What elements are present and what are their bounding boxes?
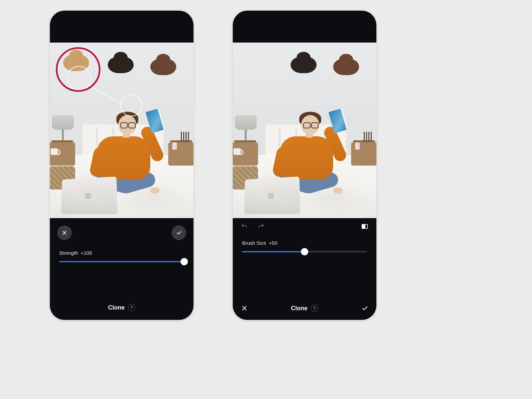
slider-fill bbox=[59, 261, 184, 262]
strength-slider[interactable]: Strength +100 bbox=[59, 250, 184, 262]
mug bbox=[51, 148, 58, 155]
close-icon bbox=[62, 230, 67, 236]
redo-button[interactable] bbox=[257, 223, 265, 230]
svg-rect-1 bbox=[365, 224, 367, 229]
editor-footer: Strength +100 Clone ? bbox=[50, 218, 194, 320]
confirm-button[interactable] bbox=[172, 225, 186, 240]
tool-name-label: Clone bbox=[291, 305, 308, 312]
redo-icon bbox=[257, 223, 265, 230]
hat-dark bbox=[108, 57, 134, 73]
slider-thumb[interactable] bbox=[181, 258, 188, 265]
photo-canvas[interactable] bbox=[50, 43, 194, 218]
svg-rect-0 bbox=[362, 224, 364, 229]
check-icon bbox=[176, 230, 182, 236]
slider-value: +100 bbox=[81, 250, 92, 256]
close-icon bbox=[241, 305, 248, 312]
perfume bbox=[355, 142, 360, 150]
clone-source-circle[interactable] bbox=[66, 66, 91, 90]
toolbar bbox=[241, 223, 368, 230]
laptop bbox=[61, 177, 118, 214]
undo-icon bbox=[241, 223, 248, 230]
help-icon: ? bbox=[130, 305, 133, 310]
slider-label: Brush Size bbox=[242, 240, 266, 246]
slider-track[interactable] bbox=[59, 261, 184, 262]
hat-brown bbox=[150, 59, 176, 75]
brush-size-slider[interactable]: Brush Size +50 bbox=[242, 240, 367, 252]
undo-button[interactable] bbox=[241, 223, 248, 230]
compare-icon bbox=[361, 223, 368, 230]
tool-name-label: Clone bbox=[108, 304, 125, 311]
brushes bbox=[181, 132, 189, 142]
slider-label-row: Brush Size +50 bbox=[242, 240, 367, 246]
confirm-button[interactable] bbox=[361, 305, 368, 312]
slider-track[interactable] bbox=[242, 251, 367, 252]
help-icon: ? bbox=[313, 306, 316, 311]
slider-thumb[interactable] bbox=[301, 248, 308, 255]
help-button[interactable]: ? bbox=[128, 304, 135, 311]
cancel-button[interactable] bbox=[241, 305, 248, 312]
tool-name-row: Clone ? bbox=[291, 305, 318, 312]
slider-value: +50 bbox=[269, 240, 277, 246]
help-button[interactable]: ? bbox=[311, 305, 318, 312]
phone-right: Brush Size +50 Clone ? bbox=[233, 11, 376, 320]
brushes bbox=[364, 132, 372, 142]
comparison-stage: Strength +100 Clone ? bbox=[0, 0, 532, 399]
perfume bbox=[172, 142, 177, 150]
mug bbox=[233, 148, 241, 155]
footer-actions: Clone ? bbox=[241, 305, 368, 312]
clone-target-circle[interactable] bbox=[120, 94, 142, 116]
slider-fill bbox=[242, 251, 305, 252]
photo-canvas[interactable] bbox=[233, 43, 376, 218]
compare-button[interactable] bbox=[361, 223, 368, 230]
slider-label-row: Strength +100 bbox=[59, 250, 184, 256]
hat-brown bbox=[333, 59, 359, 75]
laptop bbox=[244, 177, 301, 214]
editor-footer: Brush Size +50 Clone ? bbox=[233, 218, 376, 320]
hat-dark bbox=[291, 57, 317, 73]
phone-left: Strength +100 Clone ? bbox=[50, 11, 194, 320]
cancel-button[interactable] bbox=[57, 225, 72, 240]
check-icon bbox=[361, 305, 368, 312]
slider-label: Strength bbox=[59, 250, 78, 256]
tool-name-row: Clone ? bbox=[50, 304, 194, 311]
